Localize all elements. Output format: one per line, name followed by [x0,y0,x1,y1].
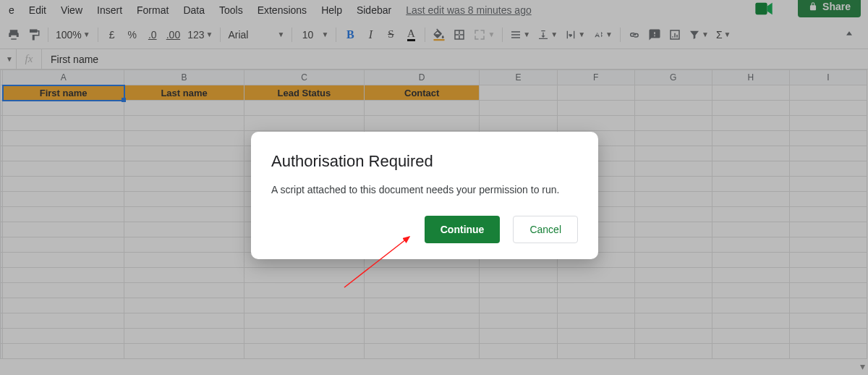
authorisation-dialog: Authorisation Required A script attached… [251,132,598,259]
dialog-title: Authorisation Required [271,152,578,171]
cancel-button[interactable]: Cancel [513,216,578,243]
dialog-body: A script attached to this document needs… [271,184,578,195]
continue-button[interactable]: Continue [425,216,501,243]
